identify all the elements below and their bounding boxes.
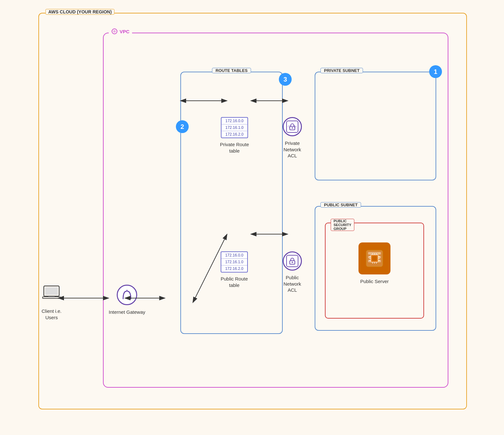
- public-nacl-group: PublicNetworkACL: [283, 251, 302, 293]
- public-server-group: Public Server: [358, 242, 390, 285]
- public-subnet-box: PUBLIC SUBNET PUBLICSECURITYGROUP: [315, 206, 436, 331]
- lock-icon: ◁ ▷: [288, 122, 297, 131]
- lock-icon-2: [288, 257, 297, 265]
- svg-point-28: [292, 262, 293, 263]
- public-subnet-label: PUBLIC SUBNET: [320, 202, 361, 208]
- route-tables-label: ROUTE TABLES: [212, 68, 251, 73]
- server-svg-icon: [365, 249, 384, 268]
- public-nacl-icon: [283, 251, 302, 271]
- internet-gateway-icon: [117, 285, 137, 305]
- svg-point-1: [113, 30, 116, 33]
- public-route-table-label: Public Routetable: [221, 276, 248, 288]
- svg-text:▷: ▷: [294, 124, 297, 128]
- public-server-label: Public Server: [360, 278, 389, 285]
- private-route-rows: 172.16.0.0 172.16.1.0 172.16.2.0: [221, 117, 248, 138]
- badge-1: 1: [429, 65, 442, 78]
- private-route-row-3: 172.16.2.0: [222, 131, 248, 138]
- private-nacl-group: ◁ ▷ PrivateNetworkACL: [283, 117, 302, 159]
- private-route-row-1: 172.16.0.0: [222, 118, 248, 124]
- vpc-icon: [111, 28, 118, 35]
- client-group: Client i.e.Users: [42, 285, 62, 320]
- public-nacl-label: PublicNetworkACL: [283, 274, 301, 293]
- svg-point-24: [292, 127, 293, 129]
- public-server-icon: [358, 242, 390, 274]
- private-subnet-label: PRIVATE SUBNET: [320, 68, 363, 73]
- internet-gateway-label: Internet Gateway: [109, 309, 145, 315]
- svg-text:◁: ◁: [288, 124, 290, 128]
- public-sg-label: PUBLICSECURITYGROUP: [331, 219, 354, 231]
- badge-2: 2: [176, 120, 189, 133]
- public-sg-box: PUBLICSECURITYGROUP: [325, 223, 424, 319]
- vpc-label: VPC: [109, 28, 132, 35]
- client-label: Client i.e.Users: [42, 308, 62, 320]
- private-nacl-icon: ◁ ▷: [283, 117, 302, 136]
- public-route-rows: 172.16.0.0 172.16.1.0 172.16.2.0: [221, 251, 248, 273]
- svg-rect-33: [48, 297, 55, 297]
- gateway-symbol: [121, 289, 133, 301]
- route-tables-box: ROUTE TABLES 2 172.16.0.0 172.16.1.0 172…: [180, 72, 283, 334]
- private-route-row-2: 172.16.1.0: [222, 124, 248, 131]
- aws-cloud-label: AWS CLOUD (YOUR REGION): [45, 9, 114, 15]
- badge-3: 3: [279, 73, 292, 86]
- private-nacl-label: PrivateNetworkACL: [283, 140, 301, 159]
- private-route-table-label: Private Routetable: [220, 141, 249, 154]
- laptop-icon: [42, 285, 61, 304]
- diagram-container: AWS CLOUD (YOUR REGION) VPC ROUTE TABLES…: [0, 0, 504, 435]
- private-subnet-box: PRIVATE SUBNET 1: [315, 72, 436, 180]
- public-route-row-2: 172.16.1.0: [221, 259, 247, 265]
- public-route-table-card: 172.16.0.0 172.16.1.0 172.16.2.0 Public …: [221, 251, 248, 288]
- private-nacl-inner-icon: ◁ ▷: [286, 121, 298, 133]
- internet-gateway-group: Internet Gateway: [109, 285, 145, 315]
- svg-rect-10: [372, 256, 377, 261]
- laptop-svg: [42, 285, 61, 301]
- aws-cloud-box: AWS CLOUD (YOUR REGION) VPC ROUTE TABLES…: [38, 13, 467, 409]
- private-route-table-card: 172.16.0.0 172.16.1.0 172.16.2.0 Private…: [220, 117, 249, 154]
- public-route-row-3: 172.16.2.0: [221, 265, 247, 272]
- vpc-box: VPC ROUTE TABLES 2 172.16.0.0 172.16.1.0…: [103, 33, 448, 388]
- public-nacl-inner-icon: [286, 255, 298, 267]
- svg-rect-31: [45, 287, 58, 295]
- public-route-row-1: 172.16.0.0: [221, 252, 247, 259]
- svg-point-6: [378, 253, 380, 254]
